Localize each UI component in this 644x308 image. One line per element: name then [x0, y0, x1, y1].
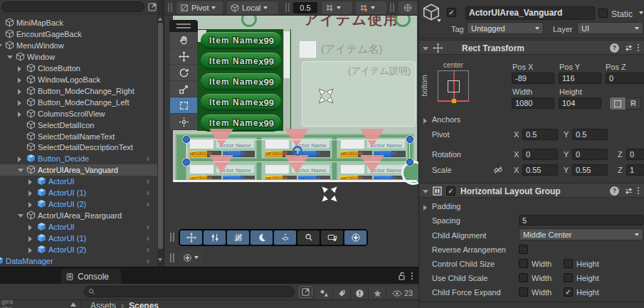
active-checkbox[interactable]: [447, 8, 456, 17]
move-toggle-button[interactable]: [180, 230, 202, 245]
hierarchy-scrollbar[interactable]: [157, 0, 164, 267]
view-orientation-button[interactable]: [179, 250, 203, 265]
breadcrumb-assets[interactable]: Assets: [90, 301, 116, 308]
handle-rotation-button[interactable]: Local: [227, 1, 278, 14]
toolbar-handle[interactable]: [171, 3, 172, 12]
compass-toggle-button[interactable]: [344, 230, 366, 245]
overlay-handle[interactable]: [170, 253, 171, 262]
console-search-input[interactable]: [84, 286, 295, 297]
gizmo-handle[interactable]: [183, 159, 190, 166]
prefab-chevron-icon[interactable]: ›: [147, 176, 149, 187]
rotation-x-field[interactable]: 0: [522, 149, 558, 160]
grid-size-field[interactable]: 0.5: [293, 2, 317, 14]
layout-group-header[interactable]: Horizontal Layout Group ?: [419, 183, 644, 198]
hierarchy-item[interactable]: SelectDetailNameText: [0, 131, 158, 142]
pivot-y-field[interactable]: 0.5: [572, 129, 608, 140]
foldout-closed-icon[interactable]: [28, 225, 32, 230]
hierarchy-item[interactable]: ActorUIArea_Rearguard: [0, 210, 158, 221]
foldout-closed-icon[interactable]: [18, 100, 21, 106]
grid-slash-toggle-button[interactable]: [227, 230, 249, 245]
hierarchy-item[interactable]: Window: [0, 51, 158, 63]
gizmo-handle[interactable]: [406, 136, 413, 143]
scale-x-field[interactable]: 0.55: [522, 164, 558, 176]
hierarchy-item[interactable]: ActorUIArea_Vanguard: [0, 164, 158, 176]
foldout-open-icon[interactable]: [0, 44, 2, 48]
height-field[interactable]: 104: [559, 97, 601, 109]
grid-snap-button[interactable]: [356, 1, 386, 14]
hierarchy-item[interactable]: Button_ModeChange_Left: [0, 97, 158, 108]
hierarchy-item[interactable]: CloseButton: [0, 63, 158, 74]
overlay-handle[interactable]: [170, 233, 171, 242]
chevron-down-icon[interactable]: [639, 11, 643, 14]
pos-y-field[interactable]: 116: [559, 73, 601, 84]
height-checkbox[interactable]: [564, 287, 573, 297]
width-field[interactable]: 1080: [512, 97, 554, 109]
gameobject-name-field[interactable]: ActorUIArea_Vanguard: [465, 6, 595, 20]
foldout-open-icon[interactable]: [18, 169, 23, 172]
hierarchy-item[interactable]: Button_ModeChange_Right: [0, 85, 158, 97]
foldout-closed-icon[interactable]: [28, 179, 32, 185]
star-button[interactable]: [369, 286, 386, 300]
child-alignment-dropdown[interactable]: Middle Center: [519, 228, 643, 240]
tool-palette-handle[interactable]: [169, 20, 198, 32]
gizmo-handle[interactable]: [406, 159, 413, 166]
foldout-open-icon[interactable]: [18, 214, 23, 218]
foldout-closed-icon[interactable]: [28, 248, 32, 253]
hierarchy-item[interactable]: SelectDetailIcon: [0, 120, 158, 131]
hierarchy-item[interactable]: EncountGageBack: [0, 28, 158, 40]
multi-tool-button[interactable]: [170, 114, 197, 130]
sliders-toggle-button[interactable]: [204, 230, 226, 245]
scroll-down-icon[interactable]: [158, 258, 162, 262]
gizmo-toggle-button[interactable]: [274, 230, 296, 245]
hierarchy-item[interactable]: DataManager›: [0, 255, 158, 267]
width-checkbox[interactable]: [519, 287, 528, 297]
scale-tool-button[interactable]: [170, 81, 197, 97]
pos-z-field[interactable]: 0: [606, 73, 644, 84]
filter-label-button[interactable]: [333, 286, 351, 300]
width-checkbox[interactable]: [519, 273, 528, 282]
prefab-chevron-icon[interactable]: ›: [147, 255, 149, 267]
scroll-up-icon[interactable]: [158, 17, 162, 21]
rect-transform-header[interactable]: Rect Transform ?: [419, 40, 644, 55]
hierarchy-item[interactable]: ActorUI (1)›: [0, 187, 158, 198]
toolbar-handle[interactable]: [168, 3, 169, 12]
breadcrumb-scenes[interactable]: Scenes: [129, 301, 159, 308]
foldout-closed-icon[interactable]: [18, 89, 21, 95]
foldout-open-icon[interactable]: [423, 47, 428, 51]
prefab-chevron-icon[interactable]: ›: [147, 244, 149, 255]
hidden-count-toggle[interactable]: 23: [386, 286, 418, 300]
hierarchy-item[interactable]: Button_Decide›: [0, 153, 158, 164]
height-checkbox[interactable]: [564, 259, 573, 268]
rotation-y-field[interactable]: 0: [572, 149, 608, 160]
foldout-closed-icon[interactable]: [423, 118, 427, 124]
hierarchy-item[interactable]: MiniMapBack: [0, 17, 158, 28]
height-checkbox[interactable]: [564, 273, 573, 282]
search-toggle-button[interactable]: [297, 230, 320, 245]
component-enabled-checkbox[interactable]: [446, 186, 455, 196]
hierarchy-item[interactable]: WindowLogoBack: [0, 74, 158, 85]
filter-type-button[interactable]: [315, 286, 333, 300]
anchor-gizmo-icon[interactable]: [317, 87, 335, 105]
scale-y-field[interactable]: 0.55: [572, 164, 608, 176]
alert-button[interactable]: [351, 286, 369, 300]
scene-view[interactable]: Pivot Local 0.5 Y: [164, 0, 418, 267]
hierarchy-item[interactable]: ActorUI›: [0, 176, 158, 187]
tab-console[interactable]: Console: [61, 269, 121, 285]
menu-icon[interactable]: [638, 187, 639, 188]
presets-icon[interactable]: [624, 186, 633, 196]
foldout-closed-icon[interactable]: [28, 202, 32, 208]
gizmo-handle[interactable]: [183, 136, 190, 143]
menu-icon[interactable]: [638, 44, 639, 46]
presets-icon[interactable]: [624, 43, 633, 53]
moon-toggle-button[interactable]: [250, 230, 273, 245]
foldout-closed-icon[interactable]: [18, 66, 21, 72]
overlay-handle[interactable]: [173, 233, 174, 242]
spacing-field[interactable]: 5: [519, 215, 643, 225]
item-button[interactable]: Item Namex99: [201, 94, 281, 111]
scroll-up-icon[interactable]: [70, 302, 76, 307]
foldout-closed-icon[interactable]: [423, 205, 427, 211]
layer-dropdown[interactable]: UI: [577, 22, 643, 34]
item-button[interactable]: Item Namex99: [201, 73, 281, 90]
tag-dropdown[interactable]: Untagged: [467, 22, 544, 34]
width-checkbox[interactable]: [519, 259, 528, 268]
